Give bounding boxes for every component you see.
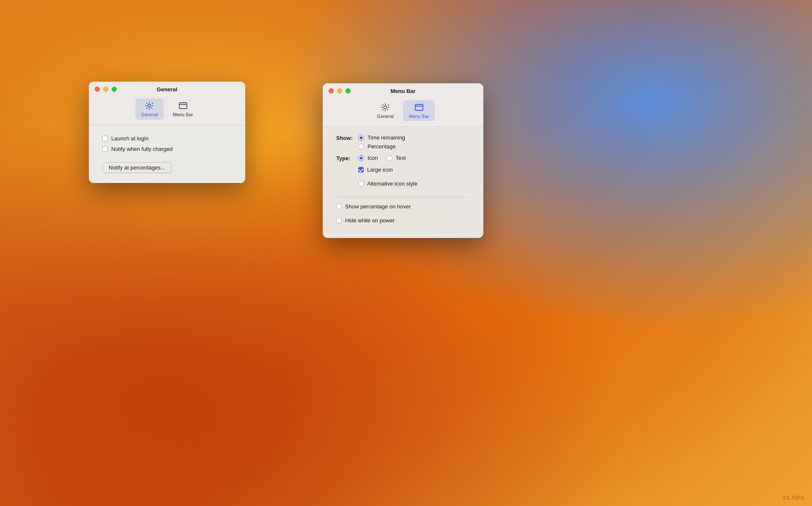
- tab-menubar-in-general[interactable]: Menu Bar: [167, 98, 199, 120]
- hide-on-power-row: Hide while on power: [336, 217, 470, 224]
- wallpaper: [0, 0, 812, 506]
- show-pct-hover-checkbox[interactable]: [336, 204, 342, 209]
- type-text-radio[interactable]: [387, 155, 392, 161]
- general-content: Launch at login Notify when fully charge…: [89, 125, 245, 183]
- minimize-button[interactable]: [103, 87, 108, 92]
- large-icon-row: Large icon: [358, 167, 470, 173]
- zoom-button-menubar[interactable]: [346, 88, 351, 93]
- close-button[interactable]: [95, 87, 100, 92]
- general-window: General General Menu Bar Launch at login…: [89, 82, 245, 183]
- type-label: Type:: [336, 155, 358, 161]
- show-pct-hover-label: Show percentage on hover: [345, 203, 411, 210]
- tab-general-in-menubar[interactable]: General: [371, 100, 400, 121]
- titlebar-general: General: [89, 82, 245, 95]
- type-options: Icon Text: [358, 155, 406, 161]
- launch-login-label: Launch at login: [111, 135, 148, 142]
- svg-point-3: [384, 106, 387, 109]
- show-pct-hover-row: Show percentage on hover: [336, 203, 470, 210]
- gear-icon-menubar: [381, 103, 390, 112]
- show-pct-label: Percentage: [368, 143, 396, 150]
- notify-charged-label: Notify when fully charged: [111, 146, 173, 152]
- type-icon-text-row: Icon Text: [358, 155, 406, 161]
- hide-on-power-checkbox[interactable]: [336, 218, 342, 223]
- divider: [336, 197, 470, 197]
- menubar-icon-active: [414, 103, 424, 112]
- menubar-window: Menu Bar General Menu Bar Show:: [323, 83, 483, 238]
- traffic-lights-menubar: [329, 88, 351, 93]
- hide-on-power-label: Hide while on power: [345, 217, 395, 224]
- type-row: Type: Icon Text: [336, 155, 470, 161]
- alt-icon-row: Alternative icon style: [358, 181, 470, 187]
- notify-charged-checkbox[interactable]: [102, 146, 108, 152]
- extra-options: Large icon Alternative icon style: [358, 167, 470, 191]
- type-icon-radio[interactable]: [358, 155, 364, 161]
- menubar-window-title: Menu Bar: [390, 88, 415, 94]
- menubar-content: Show: Time remaining Percentage Type: Ic…: [323, 127, 483, 238]
- show-pct-radio[interactable]: [358, 144, 364, 150]
- minimize-button-menubar[interactable]: [337, 88, 342, 93]
- show-row: Show: Time remaining Percentage: [336, 134, 470, 150]
- window-title: General: [157, 86, 177, 93]
- type-text-label: Text: [396, 155, 406, 161]
- svg-rect-1: [179, 103, 187, 109]
- bottom-options: Show percentage on hover Hide while on p…: [336, 203, 470, 228]
- tab-menubar-in-general-label: Menu Bar: [173, 112, 193, 117]
- tab-menubar[interactable]: Menu Bar: [403, 100, 435, 121]
- tab-menubar-label: Menu Bar: [409, 114, 429, 119]
- alt-icon-label: Alternative icon style: [367, 181, 417, 187]
- menubar-icon: [178, 101, 188, 110]
- show-pct-row: Percentage: [358, 143, 405, 150]
- titlebar-menubar: Menu Bar: [323, 83, 483, 97]
- show-label: Show:: [336, 134, 358, 141]
- watermark-label: Y1.TIPS: [782, 495, 804, 501]
- show-time-label: Time remaining: [368, 134, 405, 141]
- toolbar-general: General Menu Bar: [89, 95, 245, 125]
- show-time-row: Time remaining: [358, 134, 405, 141]
- svg-point-0: [148, 104, 151, 107]
- large-icon-label: Large icon: [367, 167, 393, 173]
- type-icon-label: Icon: [368, 155, 378, 161]
- launch-login-row: Launch at login: [102, 135, 232, 142]
- zoom-button[interactable]: [112, 87, 117, 92]
- alt-icon-checkbox[interactable]: [358, 181, 364, 186]
- close-button-menubar[interactable]: [329, 88, 334, 93]
- tab-general-in-menubar-label: General: [377, 114, 394, 119]
- tab-general[interactable]: General: [135, 98, 164, 120]
- notify-charged-row: Notify when fully charged: [102, 146, 232, 152]
- svg-rect-4: [415, 104, 423, 110]
- tab-general-label: General: [141, 112, 158, 117]
- launch-login-checkbox[interactable]: [102, 136, 108, 141]
- notify-percentages-button[interactable]: Notify at percentages...: [102, 162, 172, 173]
- show-options: Time remaining Percentage: [358, 134, 405, 150]
- gear-icon: [145, 101, 154, 110]
- show-time-radio[interactable]: [358, 135, 364, 141]
- traffic-lights: [95, 87, 117, 92]
- large-icon-checkbox[interactable]: [358, 167, 364, 172]
- toolbar-menubar: General Menu Bar: [323, 97, 483, 127]
